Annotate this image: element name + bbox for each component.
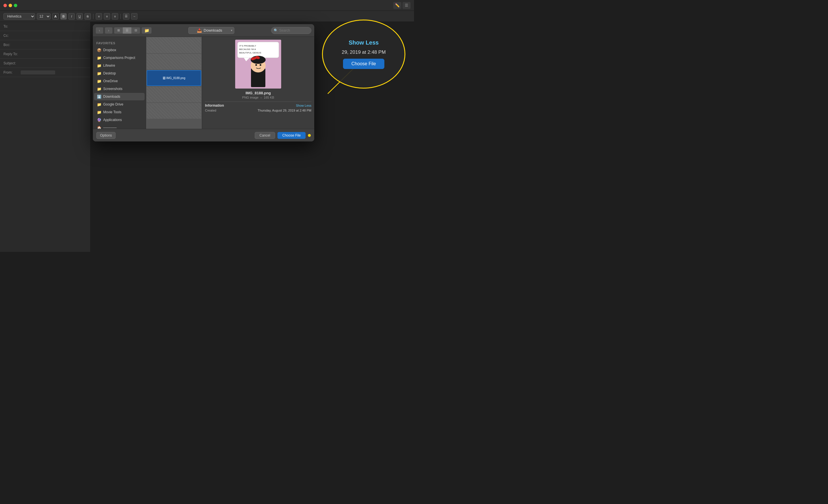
chevron-down-icon: ▾ [231,29,232,32]
sidebar-item-googledrive[interactable]: 📁 Google Drive [94,100,144,108]
onedrive-icon: 📁 [97,79,101,83]
thumb-2[interactable] [147,54,201,70]
applications-icon: 🔮 [97,118,101,122]
bcc-input[interactable] [21,40,87,49]
reply-to-label: Reply To: [3,52,21,56]
strikethrough-btn[interactable]: S [85,13,91,19]
lifewire-icon: 📁 [97,64,101,68]
thumb-1[interactable] [147,37,201,53]
subject-label: Subject: [3,61,21,65]
annotation-date: 29, 2019 at 2:48 PM [341,49,385,55]
format-icon[interactable]: ☰ [403,2,411,9]
svg-text:BEAUTIFUL GENIUS: BEAUTIFUL GENIUS [239,51,261,54]
dropbox-label: Dropbox [103,48,116,52]
sidebar: Favorites 📦 Dropbox 📁 Comparisons Projec… [93,37,146,129]
underline-btn[interactable]: U [77,13,83,19]
sidebar-item-dropbox[interactable]: 📦 Dropbox [94,46,144,54]
thumb-selected[interactable]: 🖼 IMG_8188.png [147,70,201,86]
divider-2 [120,14,121,19]
list-btn[interactable]: ☰ [123,13,129,19]
list-view-btn[interactable]: ☰ [123,27,131,34]
sidebar-item-onedrive[interactable]: 📁 OneDrive [94,77,144,85]
bcc-label: Bcc: [3,43,21,47]
titlebar: ✏️ ☰ [0,0,414,11]
sidebar-item-comparisons[interactable]: 📁 Comparisons Project [94,54,144,61]
sidebar-item-lifewire[interactable]: 📁 Lifewire [94,62,144,69]
onedrive-label: OneDrive [103,79,118,83]
show-less-button[interactable]: Show Less [296,104,312,107]
divider-1 [93,14,93,19]
cc-field-row: Cc: [0,31,90,40]
to-label: To: [3,25,21,29]
folder-btn[interactable]: 📁 [142,27,152,34]
annotation-choose-file-button[interactable]: Choose File [343,59,384,69]
view-mode-buttons: ⊞ ☰ ⊟ [114,27,140,34]
cancel-button[interactable]: Cancel [255,132,275,139]
bcc-field-row: Bcc: [0,40,90,49]
created-row: Created Thursday, August 29, 2019 at 2:4… [205,109,312,112]
location-dropdown[interactable]: 📥 Downloads ▾ [188,27,234,34]
preview-panel: IT'S PROBABLY BECAUSE I'M A BEAUTIFUL GE… [202,37,314,129]
forward-button[interactable]: › [105,27,113,34]
cc-label: Cc: [3,34,21,38]
desktop-label: Desktop [103,71,116,75]
font-size-select[interactable]: 12 [37,13,51,19]
created-label: Created [205,109,216,112]
bottombar-right: Cancel Choose File [255,132,311,139]
text-color-btn[interactable]: A [52,13,59,19]
subject-input[interactable] [21,59,87,68]
align-center-btn[interactable]: ≡ [104,13,110,19]
sidebar-item-screenshots[interactable]: 📁 Screenshots [94,85,144,93]
from-field-row: From: [0,68,90,77]
thumb-4[interactable] [147,103,201,119]
from-value [21,71,55,75]
bold-btn[interactable]: B [60,13,67,19]
sidebar-item-home[interactable]: 🏠 ––––––– [94,124,144,129]
thumb-3[interactable] [147,87,201,102]
googledrive-icon: 📁 [97,102,101,107]
reply-to-input[interactable] [21,49,87,58]
search-icon: 🔍 [274,29,278,33]
maximize-button[interactable] [14,4,17,7]
column-view-btn[interactable]: ⊟ [131,27,140,34]
info-section: Information Show Less Created Thursday, … [205,101,312,113]
sidebar-item-downloads[interactable]: ⬇️ Downloads [94,93,144,100]
align-left-btn[interactable]: ≡ [96,13,102,19]
created-value: Thursday, August 29, 2019 at 2:48 PM [258,109,312,112]
sidebar-item-applications[interactable]: 🔮 Applications [94,116,144,124]
back-button[interactable]: ‹ [96,27,103,34]
from-label: From: [3,71,21,75]
home-icon: 🏠 [97,126,101,129]
file-meta: PNG image – 165 KB [242,96,274,99]
file-size: 165 KB [264,96,274,99]
location-area: 📥 Downloads ▾ [153,27,270,34]
downloads-icon: 📥 [197,28,202,33]
annotation-show-less[interactable]: Show Less [349,39,379,46]
to-input[interactable] [21,22,87,31]
desktop-icon: 📁 [97,71,101,76]
options-button[interactable]: Options [96,132,116,139]
annotation-circle: Show Less 29, 2019 at 2:48 PM Choose Fil… [322,19,405,89]
align-right-btn[interactable]: ≡ [112,13,118,19]
downloads-label: Downloads [103,95,120,98]
minimize-button[interactable] [9,4,12,7]
info-header: Information Show Less [205,103,312,108]
font-family-select[interactable]: Helvetica [3,13,35,19]
dialog-body: Favorites 📦 Dropbox 📁 Comparisons Projec… [93,37,314,129]
italic-btn[interactable]: I [69,13,75,19]
indent-btn[interactable]: → [131,13,137,19]
dialog-bottombar: Options Cancel Choose File [93,129,314,141]
close-button[interactable] [3,4,7,7]
yellow-dot [308,134,311,137]
movietools-label: Movie Tools [103,110,121,114]
choose-file-button[interactable]: Choose File [278,132,305,139]
sidebar-item-desktop[interactable]: 📁 Desktop [94,70,144,77]
titlebar-icons: ✏️ ☰ [393,2,411,9]
svg-text:BECAUSE I'M A: BECAUSE I'M A [239,48,256,51]
icon-view-btn[interactable]: ⊞ [114,27,123,34]
compose-icon[interactable]: ✏️ [393,2,401,9]
to-field-row: To: [0,22,90,31]
applications-label: Applications [103,118,122,122]
cc-input[interactable] [21,31,87,40]
sidebar-item-movietools[interactable]: 📁 Movie Tools [94,109,144,116]
